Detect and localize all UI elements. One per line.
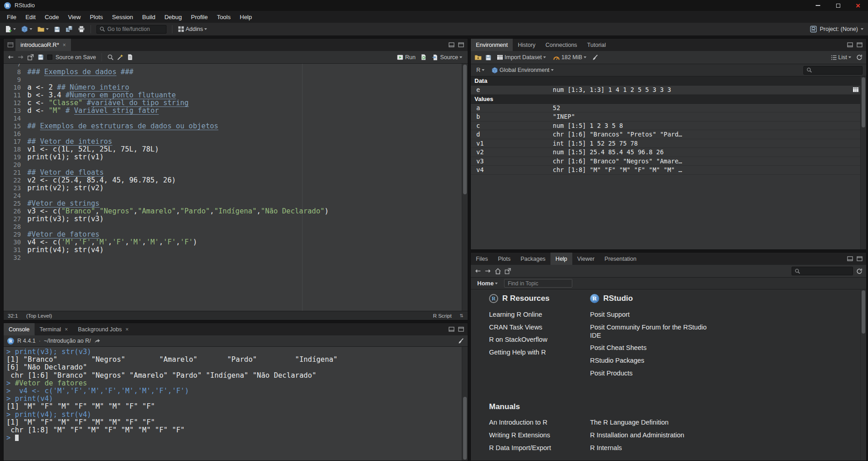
console-scrollbar[interactable] (462, 347, 468, 461)
clear-console-icon[interactable] (457, 338, 464, 344)
tab-connections[interactable]: Connections (540, 39, 582, 51)
env-row-v3[interactable]: v3chr [1:6] "Branco" "Negros" "Amare… (471, 157, 866, 166)
help-link[interactable]: Writing R Extensions (489, 431, 590, 439)
back-icon[interactable] (7, 54, 14, 60)
new-file-button[interactable] (3, 25, 18, 34)
file-type-indicator[interactable]: R Script (433, 313, 452, 319)
code-line-25[interactable]: 25#Vetor de strings (4, 200, 462, 208)
environment-scrollbar[interactable] (860, 76, 866, 249)
list-view-button[interactable]: List (829, 53, 853, 61)
addins-button[interactable]: Addins (176, 25, 209, 33)
env-row-v2[interactable]: v2num [1:5] 25.4 85.4 45 96.8 26 (471, 148, 866, 157)
code-line-20[interactable]: 20 (4, 161, 462, 169)
minimize-pane-icon[interactable] (847, 42, 853, 47)
rerun-icon[interactable] (420, 54, 427, 61)
code-line-14[interactable]: 14 (4, 115, 462, 122)
menu-help[interactable]: Help (235, 11, 257, 23)
maximize-button[interactable] (828, 0, 848, 11)
tab-files[interactable]: Files (471, 253, 493, 265)
code-line-27[interactable]: 27print(v3); str(v3) (4, 215, 462, 223)
source-navigate-icon[interactable] (4, 39, 15, 51)
env-section-values[interactable]: Values (471, 95, 866, 104)
code-line-15[interactable]: 15## Exemplos de estruturas de dados ou … (4, 122, 462, 130)
menu-tools[interactable]: Tools (212, 11, 235, 23)
code-line-28[interactable]: 28 (4, 223, 462, 231)
code-line-22[interactable]: 22v2 <- c(25.4, 85.4, 45, 96.785, 26) (4, 177, 462, 184)
clear-environment-broom-icon[interactable] (591, 54, 598, 61)
minimize-pane-icon[interactable] (847, 256, 853, 261)
code-line-24[interactable]: 24 (4, 192, 462, 200)
tab-introducaor-r[interactable]: introducaoR.R* × (15, 39, 71, 51)
find-in-topic-input[interactable]: Find in Topic (504, 279, 572, 288)
help-link[interactable]: Posit Support (590, 310, 707, 319)
scrollbar-thumb[interactable] (862, 77, 865, 127)
save-icon[interactable] (37, 54, 44, 61)
help-link[interactable]: Learning R Online (489, 310, 590, 319)
minimize-pane-icon[interactable] (449, 327, 454, 332)
help-link[interactable]: Posit Community Forum for the RStudio ID… (590, 323, 707, 339)
env-section-data[interactable]: Data (471, 76, 866, 86)
code-line-13[interactable]: 13d <- "M" # Variável strig fator (4, 107, 462, 115)
help-home-selector[interactable]: Home (475, 279, 500, 288)
tab-presentation[interactable]: Presentation (600, 253, 641, 265)
refresh-icon[interactable] (856, 268, 863, 274)
code-line-18[interactable]: 18v1 <- c(1L, 52L, 25L, 75L, 78L) (4, 146, 462, 153)
code-line-8[interactable]: 8### Exemplos de dados ### (4, 68, 462, 76)
scope-indicator[interactable]: (Top Level) (26, 313, 52, 319)
code-line-23[interactable]: 23print(v2); str(v2) (4, 184, 462, 192)
help-link[interactable]: Posit Cheat Sheets (590, 344, 707, 352)
help-link[interactable]: Posit Products (590, 369, 707, 377)
compile-report-icon[interactable] (127, 54, 133, 61)
tab-tutorial[interactable]: Tutorial (582, 39, 611, 51)
save-all-button[interactable] (64, 25, 75, 34)
scrollbar-thumb[interactable] (463, 65, 467, 194)
save-workspace-icon[interactable] (485, 54, 492, 61)
show-in-new-window-icon[interactable] (505, 268, 511, 274)
menu-edit[interactable]: Edit (21, 11, 40, 23)
goto-file-input[interactable]: Go to file/function (96, 25, 167, 34)
minimize-pane-icon[interactable] (449, 42, 454, 47)
memory-usage-button[interactable]: 182 MiB (551, 53, 588, 61)
menu-view[interactable]: View (63, 11, 85, 23)
code-line-30[interactable]: 30v4 <- c('M','F','M','F','M','M','F','F… (4, 238, 462, 246)
help-link[interactable]: An Introduction to R (489, 418, 590, 426)
tab-terminal[interactable]: Terminal× (35, 323, 73, 335)
tab-packages[interactable]: Packages (515, 253, 550, 265)
open-file-button[interactable] (35, 25, 50, 34)
code-line-19[interactable]: 19print(v1); str(v1) (4, 153, 462, 161)
scrollbar-thumb[interactable] (463, 397, 467, 460)
env-row-c[interactable]: cnum [1:5] 1 2 3 5 8 (471, 122, 866, 131)
back-icon[interactable] (474, 268, 481, 274)
help-link[interactable]: RStudio Packages (590, 356, 707, 365)
menu-file[interactable]: File (2, 11, 21, 23)
tab-background-jobs[interactable]: Background Jobs× (73, 323, 134, 335)
source-button[interactable]: Source (430, 53, 464, 61)
console-body[interactable]: > print(v3); str(v3)[1] "Branco" "Negros… (4, 347, 468, 461)
maximize-pane-icon[interactable] (458, 42, 464, 47)
code-line-12[interactable]: 12c <- "Classe" #variável do tipo string (4, 99, 462, 107)
tab-history[interactable]: History (513, 39, 540, 51)
code-editor[interactable]: 78### Exemplos de dados ###910a <- 2 ## … (4, 64, 468, 311)
print-button[interactable] (76, 25, 87, 34)
save-button[interactable] (52, 25, 62, 34)
environment-scope-selector[interactable]: Global Environment (490, 66, 555, 75)
help-link[interactable]: R Installation and Administration (590, 431, 707, 439)
forward-icon[interactable] (484, 268, 491, 274)
help-link[interactable]: CRAN Task Views (489, 323, 590, 331)
tab-help[interactable]: Help (550, 253, 572, 265)
import-dataset-button[interactable]: Import Dataset (495, 53, 548, 61)
environment-search-input[interactable] (803, 66, 863, 75)
menu-plots[interactable]: Plots (85, 11, 107, 23)
tab-viewer[interactable]: Viewer (572, 253, 600, 265)
scrollbar-thumb[interactable] (862, 290, 865, 334)
home-icon[interactable] (495, 268, 501, 274)
run-button[interactable]: Run (395, 53, 417, 61)
env-row-b[interactable]: b"INEP" (471, 112, 866, 122)
editor-scrollbar[interactable] (462, 64, 468, 311)
find-replace-icon[interactable] (107, 54, 114, 61)
language-selector[interactable]: R (474, 66, 486, 74)
close-button[interactable]: × (848, 0, 868, 11)
refresh-icon[interactable] (856, 54, 863, 61)
close-tab-icon[interactable]: × (65, 326, 68, 333)
menu-session[interactable]: Session (107, 11, 137, 23)
